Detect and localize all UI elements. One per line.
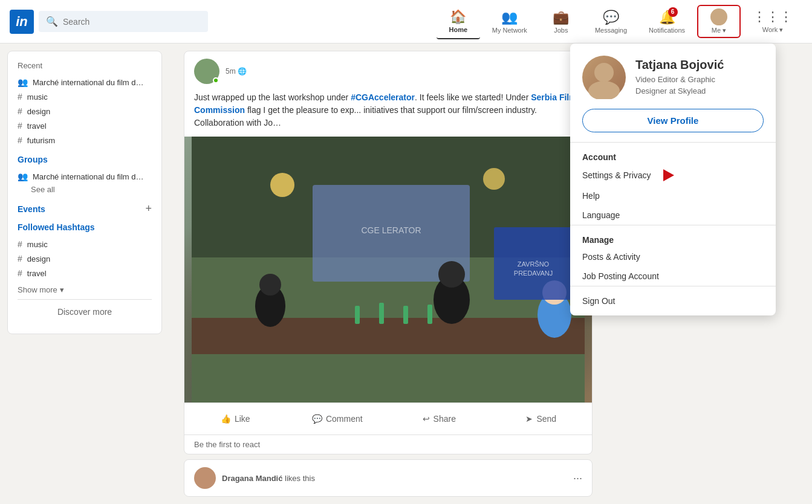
help-item[interactable]: Help — [570, 186, 776, 205]
job-posting-item[interactable]: Job Posting Account — [570, 267, 776, 286]
dropdown-user-info: Tatjana Bojović Video Editor & Graphic D… — [635, 58, 724, 96]
dropdown-overlay[interactable]: Tatjana Bojović Video Editor & Graphic D… — [0, 0, 812, 504]
divider-3 — [570, 286, 776, 286]
settings-privacy-item[interactable]: Settings & Privacy — [570, 164, 776, 186]
svg-point-22 — [594, 63, 614, 82]
view-profile-button[interactable]: View Profile — [582, 109, 764, 132]
svg-point-23 — [588, 81, 620, 99]
dropdown-profile: Tatjana Bojović Video Editor & Graphic D… — [570, 44, 776, 109]
arrow-indicator — [663, 169, 674, 181]
dropdown-user-name: Tatjana Bojović — [635, 58, 724, 72]
language-item[interactable]: Language — [570, 205, 776, 225]
sign-out-item[interactable]: Sign Out — [570, 291, 776, 311]
account-section-title: Account — [570, 147, 776, 164]
dropdown-avatar — [582, 56, 626, 99]
manage-section-title: Manage — [570, 230, 776, 247]
me-dropdown-menu: Tatjana Bojović Video Editor & Graphic D… — [570, 44, 776, 315]
divider-2 — [570, 225, 776, 225]
dropdown-user-title: Video Editor & Graphic Designer at Skyle… — [635, 74, 724, 96]
divider-1 — [570, 142, 776, 143]
posts-activity-item[interactable]: Posts & Activity — [570, 247, 776, 267]
